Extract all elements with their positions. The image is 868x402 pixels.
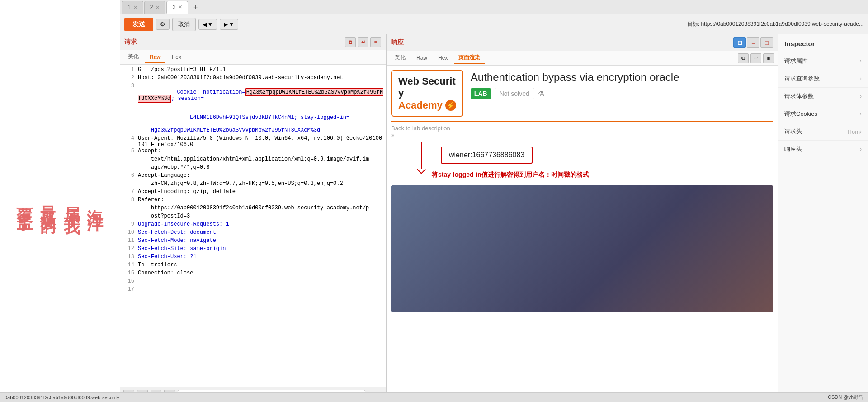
inspector-item-cookies[interactable]: 请求Cookies › [778, 105, 868, 123]
expand-icon[interactable]: » [391, 132, 394, 138]
code-line-8: 8 Referer: [120, 197, 386, 205]
code-line-3c: Hga3%2fpqpDwlKMLfETEU%2bGaSVvVpbMp%2fJ95… [120, 127, 386, 135]
wrap-icon[interactable]: ↵ [358, 37, 368, 47]
response-tab-beautify[interactable]: 美化 [390, 52, 410, 64]
copy-icon[interactable]: ⧉ [345, 37, 356, 47]
code-line-17: 17 [120, 286, 386, 294]
view-split-btn[interactable]: ⊟ [733, 37, 746, 48]
tab-close-2[interactable]: ✕ [156, 5, 160, 10]
watermark-char-9: 于 [62, 199, 82, 203]
code-line-16: 16 [120, 278, 386, 286]
code-line-15: 15 Connection: close [120, 270, 386, 278]
watermark-char-3: 了 [15, 205, 34, 208]
tab-close-1[interactable]: ✕ [133, 5, 137, 10]
inspector-item-query-params[interactable]: 请求查询参数 › [778, 70, 868, 88]
inspector-title: Inspector [778, 34, 868, 52]
response-copy-icon[interactable]: ⧉ [738, 53, 749, 63]
code-line-3b: E4LNM1B6DwhF93QTSsjdvBKBYTkC4nMl; stay-l… [120, 108, 386, 127]
request-tab-hex[interactable]: Hex [167, 52, 186, 63]
tab-1[interactable]: 1 ✕ [122, 1, 143, 14]
response-tab-hex[interactable]: Hex [434, 53, 452, 64]
red-annotation-text: 将stay-logged-in值进行解密得到用户名：时间戳的格式 [432, 171, 589, 179]
response-panel: 响应 ⊟ ≡ □ 美化 Raw Hex 页面渲染 ⧉ ↵ ≡ [387, 34, 778, 402]
divider [391, 121, 773, 122]
tab-3[interactable]: 3 ✕ [166, 1, 188, 14]
more-icon[interactable]: ≡ [370, 37, 381, 47]
response-panel-header: 响应 ⊟ ≡ □ [387, 34, 778, 51]
wsa-lightning-icon: ⚡ [445, 100, 456, 111]
settings-button[interactable]: ⚙ [156, 19, 170, 30]
status-url: 0ab00012038391f2c0ab1a9d00df0039.web-sec… [5, 395, 121, 400]
view-full-btn[interactable]: □ [760, 37, 773, 48]
send-button[interactable]: 发送 [124, 18, 153, 31]
response-tab-raw[interactable]: Raw [412, 53, 432, 64]
code-line-8c: ost?postId=3 [120, 213, 386, 221]
inspector-arrow-3: › [860, 93, 862, 99]
watermark-char-11: 海 [85, 197, 105, 200]
tab-close-3[interactable]: ✕ [178, 4, 182, 10]
code-line-10: 10 Sec-Fetch-Dest: document [120, 229, 386, 237]
csdn-credit: CSDN @yh野马 [828, 394, 863, 401]
view-toggle: ⊟ ≡ □ [733, 37, 773, 48]
code-line-6b: zh-CN,zh;q=0.8,zh-TW;q=0.7,zh-HK;q=0.5,e… [120, 180, 386, 189]
response-wrap-icon[interactable]: ↵ [750, 53, 761, 63]
not-solved-badge: Not solved [495, 88, 534, 99]
watermark-char-4: 最 [38, 193, 59, 196]
main-area: 1 ✕ 2 ✕ 3 ✕ + 发送 ⚙ 取消 ◀ ▼ ▶ ▼ 目标: https:… [120, 0, 868, 402]
code-line-6: 6 Accept-Language: [120, 172, 386, 180]
inspector-item-request-attributes[interactable]: 请求属性 › [778, 52, 868, 70]
request-code-area[interactable]: 1 GET /post?postId=3 HTTP/1.1 2 Host: 0a… [120, 65, 386, 387]
code-line-9: 9 Upgrade-Insecure-Requests: 1 [120, 221, 386, 229]
inspector-arrow-6: › [860, 146, 862, 152]
code-line-8b: https://0ab00012038391f2c0ab1a9d00df0039… [120, 205, 386, 213]
watermark-sidebar: 覆 盖 了 最 孤 独 的 属 于 我 海 洋 [0, 0, 120, 402]
watermark-char-8: 属 [62, 194, 82, 198]
inspector-item-body-params[interactable]: 请求体参数 › [778, 88, 868, 105]
code-line-11: 11 Sec-Fetch-Mode: navigate [120, 237, 386, 246]
red-arrow [391, 142, 425, 173]
tab-2[interactable]: 2 ✕ [144, 1, 166, 14]
watermark-char-2: 盖 [15, 199, 34, 203]
watermark-char-5: 孤 [38, 198, 59, 200]
back-link[interactable]: Back to lab description [391, 125, 773, 132]
request-panel: 请求 ⧉ ↵ ≡ 美化 Raw Hex 1 GET /post?postId=3… [120, 34, 387, 402]
bg-gradient [391, 185, 773, 312]
inspector-arrow-4: › [860, 111, 862, 117]
wsa-title: Authentication bypass via encryption ora… [471, 70, 679, 84]
cancel-button[interactable]: 取消 [172, 18, 196, 31]
tab-add-button[interactable]: + [189, 1, 202, 13]
wsa-logo: Web Security Academy ⚡ [391, 70, 463, 117]
cookie-key: Cookie: notification= [177, 89, 245, 95]
code-line-5b: text/html,application/xhtml+xml,applicat… [120, 156, 386, 164]
code-line-4: 4 User-Agent: Mozilla/5.0 (Windows NT 10… [120, 135, 386, 148]
watermark-char-10: 我 [62, 205, 82, 208]
inspector-item-request-headers[interactable]: 请求头 Hom › [778, 123, 868, 141]
inspector-panel: Inspector 请求属性 › 请求查询参数 › 请求体参数 › 请求Cook… [778, 34, 868, 402]
toolbar: 发送 ⚙ 取消 ◀ ▼ ▶ ▼ 目标: https://0ab000120383… [120, 14, 868, 34]
response-more-icon[interactable]: ≡ [763, 53, 774, 63]
response-content-area[interactable]: Web Security Academy ⚡ Authentication by… [387, 66, 778, 402]
lab-flask-icon: ⚗ [538, 90, 544, 98]
nav-prev-button[interactable]: ◀ ▼ [198, 19, 217, 30]
code-line-2: 2 Host: 0ab00012038391f2c0ab1a9d00df0039… [120, 75, 386, 83]
request-panel-header: 请求 ⧉ ↵ ≡ [120, 34, 386, 50]
response-tab-render[interactable]: 页面渲染 [454, 52, 485, 64]
request-tab-raw[interactable]: Raw [145, 52, 165, 63]
response-sub-tabs: 美化 Raw Hex 页面渲染 ⧉ ↵ ≡ [387, 51, 778, 66]
nav-next-button[interactable]: ▶ ▼ [220, 19, 238, 30]
target-url: 目标: https://0ab00012038391f2c0ab1a9d00df… [687, 20, 863, 28]
wsa-academy-text: Academy [398, 99, 443, 111]
watermark-char-1: 覆 [15, 194, 34, 198]
inspector-item-response-headers[interactable]: 响应头 › [778, 141, 868, 158]
code-line-13: 13 Sec-Fetch-User: ?1 [120, 254, 386, 262]
view-list-btn[interactable]: ≡ [747, 37, 760, 48]
inspector-arrow-5: › [860, 128, 862, 135]
status-bar: 0ab00012038391f2c0ab1a9d00df0039.web-sec… [0, 392, 868, 402]
code-line-14: 14 Te: trailers [120, 262, 386, 270]
inspector-arrow-1: › [860, 58, 862, 64]
code-line-5: 5 Accept: [120, 148, 386, 156]
wsa-header: Web Security Academy ⚡ Authentication by… [391, 70, 773, 117]
code-line-3: 3 Cookie: notification=Hga3%2fpqpDwlKMLf… [120, 83, 386, 108]
cookie-session: ; session= [171, 95, 204, 102]
request-tab-beautify[interactable]: 美化 [123, 51, 143, 63]
